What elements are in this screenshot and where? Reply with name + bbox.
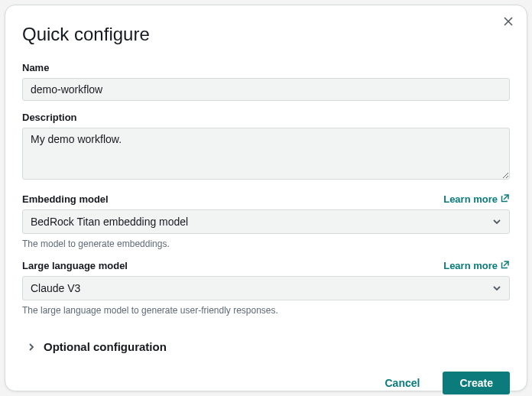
- svg-line-3: [504, 261, 508, 266]
- embedding-help-text: The model to generate embeddings.: [22, 239, 510, 249]
- optional-configuration-expander[interactable]: Optional configuration: [22, 333, 510, 359]
- llm-help-text: The large language model to generate use…: [22, 305, 510, 316]
- llm-field-group: Large language model Learn more Claude V…: [22, 260, 510, 316]
- chevron-down-icon: [492, 217, 501, 226]
- embedding-learn-more-link[interactable]: Learn more: [443, 193, 510, 205]
- description-field-group: Description: [22, 112, 510, 183]
- description-input[interactable]: [22, 128, 510, 180]
- embedding-select[interactable]: BedRock Titan embedding model: [22, 209, 510, 234]
- svg-line-2: [504, 195, 508, 200]
- modal-footer: Cancel Create: [22, 359, 510, 394]
- external-link-icon: [501, 260, 510, 271]
- embedding-select-value: BedRock Titan embedding model: [31, 216, 188, 228]
- create-button[interactable]: Create: [443, 372, 510, 394]
- description-label: Description: [22, 112, 510, 123]
- llm-select-value: Claude V3: [31, 282, 80, 294]
- cancel-button[interactable]: Cancel: [369, 372, 435, 394]
- chevron-right-icon: [27, 342, 36, 352]
- learn-more-text: Learn more: [443, 193, 498, 205]
- chevron-down-icon: [492, 284, 501, 293]
- name-label: Name: [22, 62, 510, 73]
- quick-configure-modal: Quick configure Name Description Embeddi…: [5, 5, 527, 391]
- llm-select[interactable]: Claude V3: [22, 276, 510, 300]
- llm-label: Large language model: [22, 260, 128, 271]
- name-input[interactable]: [22, 78, 510, 101]
- close-button[interactable]: [501, 15, 516, 30]
- close-icon: [503, 16, 514, 29]
- embedding-field-group: Embedding model Learn more BedRock Titan…: [22, 193, 510, 249]
- modal-title: Quick configure: [22, 24, 510, 45]
- name-field-group: Name: [22, 62, 510, 101]
- embedding-label: Embedding model: [22, 193, 109, 205]
- external-link-icon: [501, 193, 510, 205]
- llm-learn-more-link[interactable]: Learn more: [443, 260, 510, 271]
- optional-configuration-label: Optional configuration: [44, 340, 167, 353]
- learn-more-text: Learn more: [443, 260, 498, 271]
